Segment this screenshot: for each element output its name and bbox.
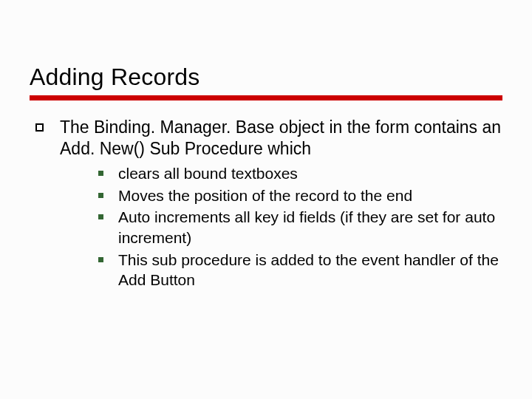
list-item: Auto increments all key id fields (if th… xyxy=(98,207,502,248)
list-item-text: This sub procedure is added to the event… xyxy=(118,250,502,290)
bullet-list-level2: clears all bound textboxes Moves the pos… xyxy=(60,163,502,290)
bullet-list-level1: The Binding. Manager. Base object in the… xyxy=(30,117,502,292)
title-underline xyxy=(30,95,502,100)
small-square-bullet-icon xyxy=(98,171,103,176)
list-item: clears all bound textboxes xyxy=(98,163,502,184)
small-square-bullet-icon xyxy=(98,214,103,219)
list-item-text: The Binding. Manager. Base object in the… xyxy=(60,117,502,160)
small-square-bullet-icon xyxy=(98,257,103,262)
list-item-content: The Binding. Manager. Base object in the… xyxy=(60,117,502,292)
list-item: The Binding. Manager. Base object in the… xyxy=(35,117,502,292)
list-item: Moves the position of the record to the … xyxy=(98,185,502,206)
list-item: This sub procedure is added to the event… xyxy=(98,250,502,290)
slide: Adding Records The Binding. Manager. Bas… xyxy=(0,0,532,399)
slide-title: Adding Records xyxy=(30,64,502,91)
list-item-text: Auto increments all key id fields (if th… xyxy=(118,207,502,248)
small-square-bullet-icon xyxy=(98,193,103,198)
square-bullet-icon xyxy=(35,123,44,132)
list-item-text: Moves the position of the record to the … xyxy=(118,185,412,206)
list-item-text: clears all bound textboxes xyxy=(118,163,298,184)
